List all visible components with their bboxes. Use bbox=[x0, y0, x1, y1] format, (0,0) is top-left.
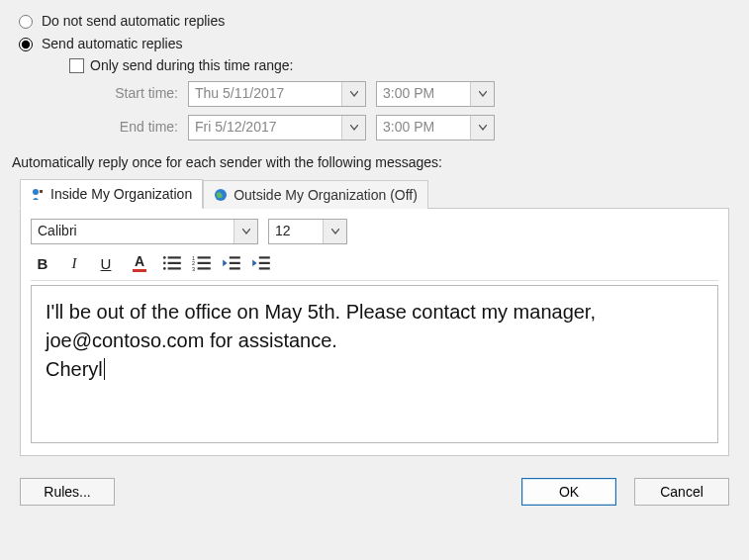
message-line: I'll be out of the office on May 5th. Pl… bbox=[46, 298, 703, 327]
message-signature-text: Cheryl bbox=[46, 358, 103, 380]
radio-send-label: Send automatic replies bbox=[42, 36, 182, 51]
editor-panel: Calibri 12 B I U A 123 I'll be out of th… bbox=[20, 208, 729, 456]
end-date-value: Fri 5/12/2017 bbox=[189, 116, 341, 140]
svg-rect-11 bbox=[198, 262, 211, 264]
time-range-label: Only send during this time range: bbox=[90, 57, 293, 73]
start-date-value: Thu 5/11/2017 bbox=[189, 82, 341, 106]
radio-do-not-send-input[interactable] bbox=[19, 15, 33, 29]
svg-rect-7 bbox=[168, 267, 181, 269]
end-time-combo[interactable]: 3:00 PM bbox=[376, 115, 495, 140]
svg-point-2 bbox=[163, 256, 166, 259]
underline-button[interactable]: U bbox=[94, 252, 118, 274]
numbered-list-button[interactable]: 123 bbox=[191, 253, 213, 273]
text-cursor bbox=[104, 358, 105, 380]
start-date-combo[interactable]: Thu 5/11/2017 bbox=[188, 81, 366, 107]
time-range-check-row[interactable]: Only send during this time range: bbox=[69, 57, 737, 73]
end-time-value: 3:00 PM bbox=[377, 116, 470, 140]
radio-send[interactable]: Send automatic replies bbox=[14, 35, 737, 51]
tab-outside-organization[interactable]: Outside My Organization (Off) bbox=[203, 180, 428, 209]
chevron-down-icon[interactable] bbox=[470, 116, 494, 140]
message-textarea[interactable]: I'll be out of the office on May 5th. Pl… bbox=[31, 285, 718, 443]
chevron-down-icon[interactable] bbox=[234, 220, 257, 243]
ok-button[interactable]: OK bbox=[521, 478, 616, 506]
time-range-checkbox[interactable] bbox=[69, 58, 84, 73]
svg-rect-5 bbox=[168, 262, 181, 264]
tab-inside-organization[interactable]: Inside My Organization bbox=[20, 179, 203, 209]
radio-do-not-send[interactable]: Do not send automatic replies bbox=[14, 12, 737, 29]
svg-point-6 bbox=[163, 267, 166, 270]
chevron-down-icon[interactable] bbox=[323, 220, 346, 243]
increase-indent-button[interactable] bbox=[250, 253, 272, 273]
radio-do-not-send-label: Do not send automatic replies bbox=[42, 13, 225, 29]
end-date-combo[interactable]: Fri 5/12/2017 bbox=[188, 115, 366, 140]
svg-rect-18 bbox=[259, 262, 270, 264]
svg-rect-13 bbox=[198, 267, 211, 269]
font-color-button[interactable]: A bbox=[126, 252, 153, 274]
message-line: Cheryl bbox=[46, 355, 703, 384]
editor-toolbar: B I U A 123 bbox=[31, 250, 718, 281]
start-time-combo[interactable]: 3:00 PM bbox=[376, 81, 495, 107]
tab-outside-label: Outside My Organization (Off) bbox=[234, 187, 418, 203]
gap bbox=[616, 478, 634, 506]
decrease-indent-button[interactable] bbox=[221, 253, 242, 273]
chevron-down-icon[interactable] bbox=[341, 82, 365, 106]
font-size-combo[interactable]: 12 bbox=[268, 219, 347, 244]
font-color-bar bbox=[133, 269, 146, 272]
bulleted-list-button[interactable] bbox=[161, 253, 183, 273]
cancel-button[interactable]: Cancel bbox=[634, 478, 729, 506]
chevron-down-icon[interactable] bbox=[470, 82, 494, 106]
end-time-label: End time: bbox=[79, 115, 178, 140]
font-size-value: 12 bbox=[269, 220, 323, 243]
font-row: Calibri 12 bbox=[31, 219, 718, 244]
dialog-button-row: Rules... OK Cancel bbox=[12, 478, 737, 506]
svg-text:3: 3 bbox=[192, 266, 195, 272]
spacer bbox=[115, 478, 521, 506]
svg-rect-14 bbox=[230, 256, 240, 258]
time-range-grid: Start time: Thu 5/11/2017 3:00 PM End ti… bbox=[79, 81, 737, 140]
message-line: joe@contoso.com for assistance. bbox=[46, 327, 703, 355]
font-name-combo[interactable]: Calibri bbox=[31, 219, 258, 244]
globe-icon bbox=[214, 188, 228, 202]
chevron-down-icon[interactable] bbox=[341, 116, 365, 140]
user-home-icon bbox=[31, 187, 45, 201]
svg-rect-15 bbox=[230, 262, 240, 264]
start-time-label: Start time: bbox=[79, 81, 178, 107]
rules-button[interactable]: Rules... bbox=[20, 478, 115, 506]
svg-rect-3 bbox=[168, 256, 181, 258]
tab-inside-label: Inside My Organization bbox=[50, 186, 192, 202]
svg-point-4 bbox=[163, 262, 166, 265]
svg-rect-19 bbox=[259, 267, 270, 269]
font-color-letter: A bbox=[135, 254, 144, 268]
svg-rect-16 bbox=[230, 267, 240, 269]
font-name-value: Calibri bbox=[32, 220, 234, 243]
svg-point-0 bbox=[33, 189, 39, 195]
start-time-value: 3:00 PM bbox=[377, 82, 470, 106]
radio-send-input[interactable] bbox=[19, 38, 33, 51]
svg-rect-17 bbox=[259, 256, 270, 258]
instruction-text: Automatically reply once for each sender… bbox=[12, 154, 737, 170]
bold-button[interactable]: B bbox=[31, 252, 54, 274]
italic-button[interactable]: I bbox=[62, 252, 86, 274]
svg-rect-9 bbox=[198, 256, 211, 258]
tabs: Inside My Organization Outside My Organi… bbox=[20, 178, 737, 208]
